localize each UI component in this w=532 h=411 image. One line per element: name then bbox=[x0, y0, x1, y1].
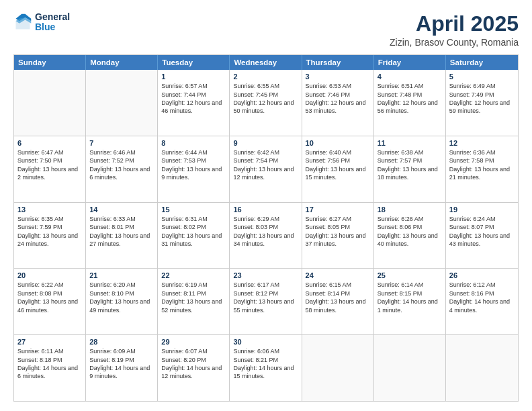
cell-content-1: Sunrise: 6:57 AM Sunset: 7:44 PM Dayligh… bbox=[161, 82, 226, 116]
day-number-21: 21 bbox=[89, 271, 154, 279]
calendar-cell-7: 7Sunrise: 6:46 AM Sunset: 7:52 PM Daylig… bbox=[86, 136, 158, 202]
calendar: SundayMondayTuesdayWednesdayThursdayFrid… bbox=[13, 54, 519, 402]
day-number-19: 19 bbox=[449, 205, 515, 214]
calendar-cell-17: 17Sunrise: 6:27 AM Sunset: 8:05 PM Dayli… bbox=[302, 203, 374, 269]
cell-content-23: Sunrise: 6:17 AM Sunset: 8:12 PM Dayligh… bbox=[233, 281, 298, 314]
calendar-cell-6: 6Sunrise: 6:47 AM Sunset: 7:50 PM Daylig… bbox=[14, 136, 86, 202]
day-number-13: 13 bbox=[17, 205, 82, 214]
title-block: April 2025 Zizin, Brasov County, Romania bbox=[390, 12, 519, 48]
day-number-9: 9 bbox=[233, 139, 298, 147]
cell-content-3: Sunrise: 6:53 AM Sunset: 7:46 PM Dayligh… bbox=[306, 82, 370, 116]
calendar-cell-empty bbox=[374, 335, 446, 401]
calendar-cell-24: 24Sunrise: 6:15 AM Sunset: 8:14 PM Dayli… bbox=[302, 269, 374, 334]
calendar-cell-20: 20Sunrise: 6:22 AM Sunset: 8:08 PM Dayli… bbox=[14, 269, 86, 334]
calendar-cell-28: 28Sunrise: 6:09 AM Sunset: 8:19 PM Dayli… bbox=[86, 335, 158, 401]
day-number-12: 12 bbox=[449, 139, 515, 147]
cell-content-2: Sunrise: 6:55 AM Sunset: 7:45 PM Dayligh… bbox=[233, 82, 298, 116]
cell-content-9: Sunrise: 6:42 AM Sunset: 7:54 PM Dayligh… bbox=[233, 148, 298, 182]
calendar-cell-30: 30Sunrise: 6:06 AM Sunset: 8:21 PM Dayli… bbox=[230, 335, 302, 401]
calendar-cell-18: 18Sunrise: 6:26 AM Sunset: 8:06 PM Dayli… bbox=[374, 203, 446, 269]
day-number-8: 8 bbox=[161, 139, 226, 147]
calendar-row-5: 27Sunrise: 6:11 AM Sunset: 8:18 PM Dayli… bbox=[14, 334, 518, 401]
day-number-17: 17 bbox=[306, 205, 370, 214]
day-number-3: 3 bbox=[306, 73, 370, 81]
calendar-cell-empty bbox=[446, 335, 518, 401]
calendar-cell-27: 27Sunrise: 6:11 AM Sunset: 8:18 PM Dayli… bbox=[14, 335, 86, 401]
day-number-6: 6 bbox=[17, 139, 82, 147]
cell-content-14: Sunrise: 6:33 AM Sunset: 8:01 PM Dayligh… bbox=[89, 215, 154, 248]
calendar-cell-empty bbox=[86, 70, 158, 136]
cell-content-24: Sunrise: 6:15 AM Sunset: 8:14 PM Dayligh… bbox=[306, 281, 370, 314]
cell-content-17: Sunrise: 6:27 AM Sunset: 8:05 PM Dayligh… bbox=[306, 215, 370, 248]
day-number-29: 29 bbox=[161, 338, 226, 346]
day-number-23: 23 bbox=[233, 271, 298, 279]
header-cell-friday: Friday bbox=[374, 55, 446, 70]
calendar-cell-10: 10Sunrise: 6:40 AM Sunset: 7:56 PM Dayli… bbox=[302, 136, 374, 202]
logo-icon bbox=[13, 13, 32, 32]
day-number-24: 24 bbox=[306, 271, 370, 279]
day-number-5: 5 bbox=[449, 73, 515, 81]
location-title: Zizin, Brasov County, Romania bbox=[390, 37, 519, 48]
cell-content-11: Sunrise: 6:38 AM Sunset: 7:57 PM Dayligh… bbox=[378, 148, 442, 182]
cell-content-28: Sunrise: 6:09 AM Sunset: 8:19 PM Dayligh… bbox=[89, 347, 154, 381]
logo: General Blue bbox=[13, 12, 70, 33]
day-number-15: 15 bbox=[161, 205, 226, 214]
cell-content-4: Sunrise: 6:51 AM Sunset: 7:48 PM Dayligh… bbox=[378, 82, 442, 116]
header-cell-wednesday: Wednesday bbox=[230, 55, 302, 70]
calendar-cell-16: 16Sunrise: 6:29 AM Sunset: 8:03 PM Dayli… bbox=[230, 203, 302, 269]
day-number-14: 14 bbox=[89, 205, 154, 214]
calendar-cell-22: 22Sunrise: 6:19 AM Sunset: 8:11 PM Dayli… bbox=[158, 269, 230, 334]
day-number-28: 28 bbox=[89, 338, 154, 346]
cell-content-8: Sunrise: 6:44 AM Sunset: 7:53 PM Dayligh… bbox=[161, 148, 226, 182]
header-cell-monday: Monday bbox=[86, 55, 158, 70]
cell-content-7: Sunrise: 6:46 AM Sunset: 7:52 PM Dayligh… bbox=[89, 148, 154, 182]
header-cell-saturday: Saturday bbox=[446, 55, 518, 70]
day-number-10: 10 bbox=[306, 139, 370, 147]
cell-content-19: Sunrise: 6:24 AM Sunset: 8:07 PM Dayligh… bbox=[449, 215, 515, 248]
calendar-cell-23: 23Sunrise: 6:17 AM Sunset: 8:12 PM Dayli… bbox=[230, 269, 302, 334]
logo-general-text: General bbox=[35, 12, 70, 22]
calendar-cell-14: 14Sunrise: 6:33 AM Sunset: 8:01 PM Dayli… bbox=[86, 203, 158, 269]
day-number-11: 11 bbox=[378, 139, 442, 147]
calendar-row-2: 6Sunrise: 6:47 AM Sunset: 7:50 PM Daylig… bbox=[14, 136, 518, 202]
logo-blue-text: Blue bbox=[35, 22, 70, 32]
calendar-cell-1: 1Sunrise: 6:57 AM Sunset: 7:44 PM Daylig… bbox=[158, 70, 230, 136]
calendar-cell-4: 4Sunrise: 6:51 AM Sunset: 7:48 PM Daylig… bbox=[374, 70, 446, 136]
calendar-cell-21: 21Sunrise: 6:20 AM Sunset: 8:10 PM Dayli… bbox=[86, 269, 158, 334]
day-number-1: 1 bbox=[161, 73, 226, 81]
calendar-cell-15: 15Sunrise: 6:31 AM Sunset: 8:02 PM Dayli… bbox=[158, 203, 230, 269]
cell-content-29: Sunrise: 6:07 AM Sunset: 8:20 PM Dayligh… bbox=[161, 347, 226, 381]
header-cell-sunday: Sunday bbox=[14, 55, 86, 70]
day-number-2: 2 bbox=[233, 73, 298, 81]
page: General Blue April 2025 Zizin, Brasov Co… bbox=[0, 0, 532, 411]
calendar-row-1: 1Sunrise: 6:57 AM Sunset: 7:44 PM Daylig… bbox=[14, 70, 518, 136]
month-title: April 2025 bbox=[390, 12, 519, 36]
cell-content-16: Sunrise: 6:29 AM Sunset: 8:03 PM Dayligh… bbox=[233, 215, 298, 248]
day-number-26: 26 bbox=[449, 271, 515, 279]
cell-content-15: Sunrise: 6:31 AM Sunset: 8:02 PM Dayligh… bbox=[161, 215, 226, 248]
calendar-cell-19: 19Sunrise: 6:24 AM Sunset: 8:07 PM Dayli… bbox=[446, 203, 518, 269]
cell-content-27: Sunrise: 6:11 AM Sunset: 8:18 PM Dayligh… bbox=[17, 347, 82, 381]
cell-content-22: Sunrise: 6:19 AM Sunset: 8:11 PM Dayligh… bbox=[161, 281, 226, 314]
calendar-cell-empty bbox=[302, 335, 374, 401]
calendar-cell-3: 3Sunrise: 6:53 AM Sunset: 7:46 PM Daylig… bbox=[302, 70, 374, 136]
cell-content-10: Sunrise: 6:40 AM Sunset: 7:56 PM Dayligh… bbox=[306, 148, 370, 182]
header-cell-thursday: Thursday bbox=[302, 55, 374, 70]
cell-content-21: Sunrise: 6:20 AM Sunset: 8:10 PM Dayligh… bbox=[89, 281, 154, 314]
day-number-27: 27 bbox=[17, 338, 82, 346]
cell-content-13: Sunrise: 6:35 AM Sunset: 7:59 PM Dayligh… bbox=[17, 215, 82, 248]
cell-content-5: Sunrise: 6:49 AM Sunset: 7:49 PM Dayligh… bbox=[449, 82, 515, 116]
day-number-22: 22 bbox=[161, 271, 226, 279]
cell-content-18: Sunrise: 6:26 AM Sunset: 8:06 PM Dayligh… bbox=[378, 215, 442, 248]
calendar-cell-5: 5Sunrise: 6:49 AM Sunset: 7:49 PM Daylig… bbox=[446, 70, 518, 136]
cell-content-26: Sunrise: 6:12 AM Sunset: 8:16 PM Dayligh… bbox=[449, 281, 515, 314]
day-number-25: 25 bbox=[378, 271, 442, 279]
calendar-cell-26: 26Sunrise: 6:12 AM Sunset: 8:16 PM Dayli… bbox=[446, 269, 518, 334]
day-number-16: 16 bbox=[233, 205, 298, 214]
calendar-cell-29: 29Sunrise: 6:07 AM Sunset: 8:20 PM Dayli… bbox=[158, 335, 230, 401]
calendar-row-3: 13Sunrise: 6:35 AM Sunset: 7:59 PM Dayli… bbox=[14, 202, 518, 269]
day-number-20: 20 bbox=[17, 271, 82, 279]
calendar-header-row: SundayMondayTuesdayWednesdayThursdayFrid… bbox=[14, 55, 518, 70]
calendar-body: 1Sunrise: 6:57 AM Sunset: 7:44 PM Daylig… bbox=[14, 70, 518, 401]
calendar-row-4: 20Sunrise: 6:22 AM Sunset: 8:08 PM Dayli… bbox=[14, 268, 518, 334]
